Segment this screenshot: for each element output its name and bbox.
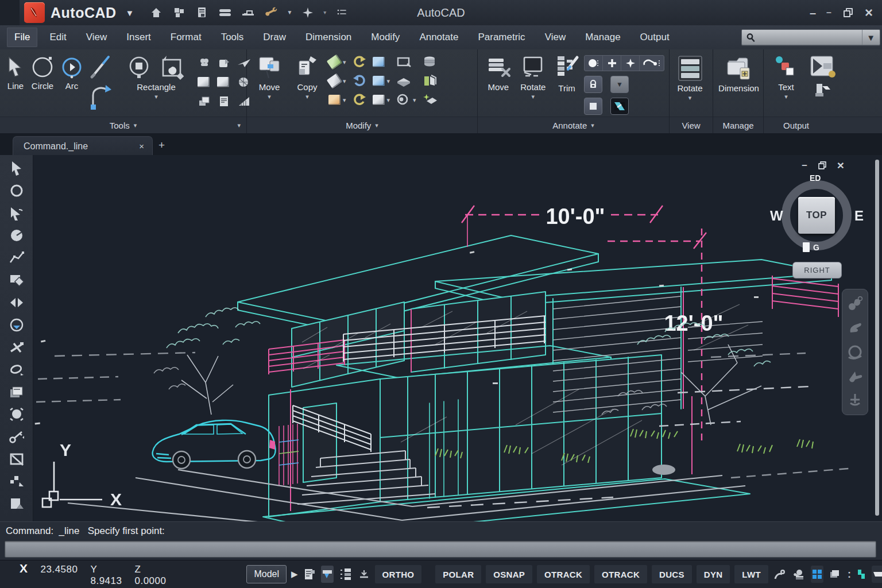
annotate-panel-label[interactable]: Annotate▾ <box>478 117 669 133</box>
tab-command-line[interactable]: Command._line × <box>13 136 153 156</box>
restore-icon[interactable] <box>842 6 854 19</box>
cube-icon[interactable] <box>217 75 231 89</box>
new-tab-button[interactable]: + <box>158 139 165 152</box>
viewcube-east-label[interactable]: E <box>854 208 864 224</box>
trim-button[interactable]: Trim <box>553 54 581 93</box>
toggle-osnap[interactable]: OSNAP <box>486 565 532 583</box>
menu-output[interactable]: Output <box>633 28 677 47</box>
home-icon[interactable] <box>149 5 164 20</box>
steering-wheel-icon[interactable] <box>847 392 863 408</box>
tool-caret-icon[interactable]: ▼ <box>287 10 292 16</box>
view-rotate-button[interactable]: Rotate ▾ <box>672 54 708 101</box>
tools-panel-label[interactable]: Tools▾ ▾ <box>0 117 246 133</box>
drawing-viewport[interactable]: 10'-0" 12'-0" <box>33 155 882 521</box>
toggle-ortho[interactable]: ORTHO <box>375 565 422 583</box>
search-box[interactable]: ▼ <box>741 29 880 45</box>
viewport-minimize-icon[interactable]: – <box>802 160 807 171</box>
stack-boxes-icon[interactable] <box>198 94 211 108</box>
dimension-button[interactable]: Dimension <box>718 54 759 93</box>
text-caret-icon[interactable]: ▾ <box>784 94 788 100</box>
viewport-scrollbar[interactable] <box>875 160 879 516</box>
orbit-ring-icon[interactable] <box>846 343 864 362</box>
layout-play-icon[interactable]: ▶ <box>291 569 298 579</box>
snap-blue-icon[interactable] <box>321 566 334 583</box>
layers-icon[interactable] <box>218 5 233 20</box>
zoom-cursor-icon[interactable] <box>847 368 863 385</box>
annotate-move-button[interactable]: Move <box>483 54 513 92</box>
menu-insert[interactable]: Insert <box>119 28 158 47</box>
menu-draw[interactable]: Draw <box>256 28 293 47</box>
rotate-cw2-icon[interactable] <box>352 93 367 107</box>
tab-close-icon[interactable]: × <box>139 141 144 151</box>
annotate-rotate-button[interactable]: Rotate ▾ <box>517 54 550 100</box>
circle-style-icon[interactable] <box>585 56 603 71</box>
command-input[interactable] <box>5 541 876 558</box>
output-panel-label[interactable]: Output <box>764 117 882 133</box>
view-rotate-caret-icon[interactable]: ▾ <box>688 95 692 101</box>
annotate-rotate-caret-icon[interactable]: ▾ <box>532 94 535 100</box>
flip-triangles-icon[interactable] <box>8 295 25 310</box>
copy-stack-icon[interactable] <box>8 385 25 400</box>
chamfer-blue-icon[interactable]: ▾ <box>373 74 390 88</box>
stretch-frame-icon[interactable] <box>396 55 416 69</box>
compass-star-icon[interactable] <box>300 5 315 20</box>
arc-button[interactable]: Arc <box>60 54 84 91</box>
manage-panel-label[interactable]: Manage <box>713 117 763 133</box>
person-circle-icon[interactable]: ▾ <box>396 93 416 107</box>
menu-edit[interactable]: Edit <box>42 28 74 47</box>
break-tool-icon[interactable] <box>8 340 25 355</box>
ellipse-tool-icon[interactable] <box>8 362 25 377</box>
toggle-dyn[interactable]: DYN <box>697 565 730 583</box>
rectangle-button[interactable]: Rectangle ▾ <box>126 54 186 100</box>
menu-tools[interactable]: Tools <box>214 28 252 47</box>
render-output-icon[interactable] <box>810 55 836 78</box>
search-dropdown-icon[interactable]: ▼ <box>862 30 880 45</box>
circle-button[interactable]: Circle <box>30 54 55 91</box>
toggle-lwt[interactable]: LWT <box>734 565 768 583</box>
viewcube-west-label[interactable]: W <box>770 208 783 224</box>
tools-panel-expand-icon[interactable]: ▾ <box>237 122 241 129</box>
spark-slab-icon[interactable] <box>422 93 438 107</box>
lasso-style-icon[interactable] <box>640 56 664 71</box>
cylinder-stack-icon[interactable] <box>422 55 438 69</box>
autocad-logo-icon[interactable] <box>24 2 45 23</box>
square-tile-button[interactable] <box>584 98 602 115</box>
orbit-mouse-icon[interactable] <box>847 296 863 314</box>
menu-view2[interactable]: View <box>537 28 574 47</box>
viewport-restore-icon[interactable] <box>817 160 827 171</box>
folded-corner-icon[interactable] <box>8 497 25 512</box>
scatter-squares-icon[interactable] <box>8 474 25 489</box>
download-bar-icon[interactable] <box>358 566 370 583</box>
save-document-icon[interactable] <box>195 5 210 20</box>
circle-tool-icon[interactable] <box>8 183 25 198</box>
snap-mode-icon[interactable] <box>856 566 867 583</box>
polyline-tool-icon[interactable] <box>8 250 25 265</box>
menu-manage[interactable]: Manage <box>578 28 628 47</box>
fillet-blue-icon[interactable] <box>373 55 390 69</box>
plus-style-icon[interactable] <box>603 56 621 71</box>
compass-caret-icon[interactable]: ▾ <box>323 10 326 16</box>
pen-tool-icon[interactable] <box>88 55 115 79</box>
menu-format[interactable]: Format <box>163 28 209 47</box>
menu-dimension[interactable]: Dimension <box>298 28 359 47</box>
select-cursor-icon[interactable] <box>8 161 25 176</box>
viewcube-south-marker[interactable] <box>803 242 810 252</box>
ruled-page-icon[interactable] <box>217 94 231 108</box>
text-button[interactable]: Text ▾ <box>772 54 800 100</box>
orbit-down-icon[interactable] <box>8 318 25 332</box>
flat-slab-icon[interactable] <box>396 74 416 88</box>
model-button[interactable]: Model <box>246 565 287 583</box>
dropdown-tile-button[interactable]: ▼ <box>610 76 629 93</box>
view-panel-label[interactable]: View <box>670 117 713 133</box>
rotate-cw-icon[interactable] <box>352 55 367 69</box>
printer-icon[interactable] <box>791 566 806 583</box>
plot-icon[interactable] <box>241 5 256 20</box>
app-menu-caret-icon[interactable]: ▼ <box>126 9 134 17</box>
polyline-arc-icon[interactable] <box>88 83 115 110</box>
viewport-close-icon[interactable]: × <box>837 158 844 172</box>
star-style-icon[interactable] <box>621 56 640 71</box>
key-tool-icon[interactable] <box>8 430 25 444</box>
search-input[interactable] <box>756 32 862 42</box>
pan-cursor-icon[interactable] <box>847 320 863 337</box>
lock-button[interactable] <box>584 76 602 93</box>
